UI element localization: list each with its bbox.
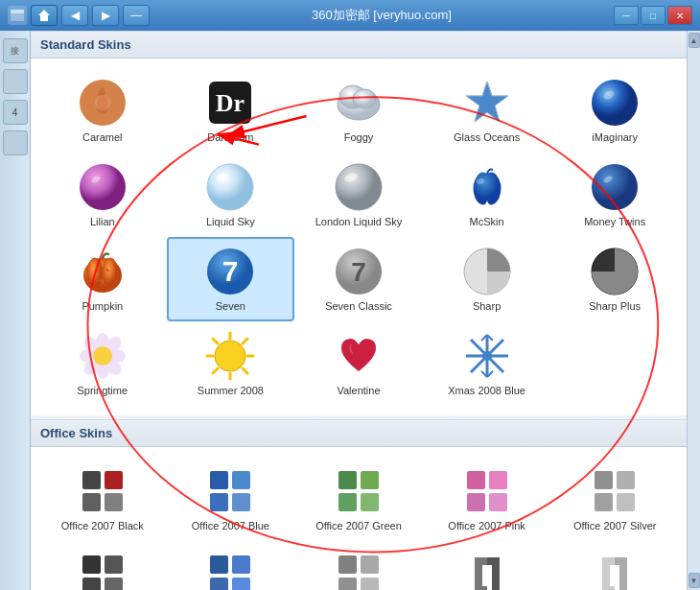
forward-button[interactable]: ▶ (92, 5, 119, 26)
liquid-sky-label: Liquid Sky (206, 216, 255, 227)
mcskin-label: McSkin (470, 216, 504, 227)
svg-rect-83 (82, 578, 101, 590)
foggy-icon (334, 78, 384, 128)
svg-text:7: 7 (351, 257, 366, 287)
svg-point-12 (592, 80, 638, 126)
office-2010-blue-icon (205, 551, 255, 590)
skin-darkroom[interactable]: Dr Darkroom (167, 68, 295, 153)
svg-rect-75 (467, 493, 485, 511)
svg-rect-66 (232, 471, 250, 489)
skin-office-2007-pink[interactable]: Office 2007 Pink (423, 457, 551, 541)
svg-rect-89 (338, 555, 357, 574)
home-button[interactable] (31, 5, 58, 26)
skin-summer-2008[interactable]: Summer 2008 (167, 321, 295, 406)
svg-rect-70 (361, 471, 379, 489)
office-2007-silver-label: Office 2007 Silver (573, 520, 657, 531)
svg-rect-86 (232, 555, 250, 574)
svg-point-25 (103, 258, 118, 289)
svg-point-60 (482, 351, 492, 361)
summer-2008-icon (205, 331, 255, 381)
sharp-plus-icon (590, 247, 640, 296)
skin-seven[interactable]: 7 Seven (167, 237, 295, 321)
svg-marker-10 (466, 82, 508, 122)
skin-caramel[interactable]: Caramel (38, 68, 167, 153)
imaginary-icon (590, 78, 640, 128)
skin-london-liquid-sky[interactable]: London Liquid Sky (294, 153, 423, 237)
office-skins-label: Office Skins (40, 426, 112, 440)
sidebar-item-4[interactable] (3, 130, 28, 155)
office-2007-pink-icon (462, 466, 512, 516)
skin-xmas-2008-blue[interactable]: Xmas 2008 Blue (423, 321, 551, 406)
scroll-up-button[interactable]: ▲ (688, 33, 700, 48)
svg-rect-1 (11, 10, 24, 13)
skin-office-2007-blue[interactable]: Office 2007 Blue (167, 457, 295, 541)
maximize-button[interactable]: □ (641, 6, 665, 25)
window-title: 360加密邮 [veryhuo.com] (153, 7, 610, 24)
seven-label: Seven (216, 300, 245, 312)
xmas-2008-blue-icon (462, 331, 512, 381)
skin-imaginary[interactable]: iMaginary (550, 68, 679, 153)
svg-rect-76 (489, 493, 507, 511)
skin-office-2010-silver[interactable]: Office 2010 Silver (294, 541, 423, 590)
svg-point-9 (353, 89, 376, 108)
london-liquid-sky-label: London Liquid Sky (315, 216, 403, 227)
skin-foggy[interactable]: Foggy (294, 68, 423, 153)
skin-valentine[interactable]: Valentine (294, 321, 423, 406)
svg-rect-64 (105, 493, 123, 511)
svg-point-18 (336, 164, 382, 210)
skin-sharp[interactable]: Sharp (423, 237, 551, 321)
office-2007-pink-label: Office 2007 Pink (448, 520, 525, 531)
svg-rect-84 (105, 578, 123, 590)
scrollbar[interactable]: ▲ ▼ (687, 31, 700, 590)
sidebar-item-2[interactable] (3, 69, 28, 94)
skin-liquid-sky[interactable]: Liquid Sky (167, 153, 295, 237)
skin-office-2007-green[interactable]: Office 2007 Green (294, 457, 423, 541)
content-area[interactable]: Standard Skins Caramel (31, 31, 687, 590)
svg-point-14 (80, 164, 126, 210)
seven-classic-icon: 7 (334, 247, 384, 296)
skin-office-2007-black[interactable]: Office 2007 Black (38, 457, 167, 541)
glass-oceans-label: Glass Oceans (454, 131, 520, 143)
money-twins-label: Money Twins (584, 216, 645, 227)
lilian-label: Lilian (90, 216, 115, 227)
darkroom-label: Darkroom (207, 131, 253, 143)
skin-pumpkin[interactable]: Pumpkin (38, 237, 167, 321)
sidebar-item-1[interactable]: 接 (3, 38, 28, 63)
skin-office-2013-light-gray[interactable]: Office 2013 Light Gray (550, 541, 679, 590)
svg-rect-77 (595, 471, 613, 489)
standard-skins-header: Standard Skins (31, 31, 687, 59)
darkroom-icon: Dr (205, 78, 255, 128)
skin-lilian[interactable]: Lilian (38, 153, 167, 237)
skin-glass-oceans[interactable]: Glass Oceans (423, 68, 551, 153)
back-button[interactable]: ◀ (61, 5, 88, 26)
skin-sharp-plus[interactable]: Sharp Plus (550, 237, 679, 321)
standard-skins-grid: Caramel Dr Darkroom (31, 59, 687, 415)
skin-mcskin[interactable]: McSkin (423, 153, 551, 237)
extra-button[interactable]: — (123, 5, 150, 26)
app-icon (8, 6, 27, 25)
scroll-down-button[interactable]: ▼ (688, 573, 700, 588)
foggy-label: Foggy (344, 131, 374, 143)
skin-money-twins[interactable]: Money Twins (550, 153, 679, 237)
svg-rect-79 (595, 493, 613, 511)
svg-rect-81 (82, 555, 101, 574)
skin-office-2007-silver[interactable]: Office 2007 Silver (550, 457, 679, 541)
office-2007-green-label: Office 2007 Green (315, 520, 402, 531)
sidebar-item-3[interactable]: 4 (3, 100, 28, 125)
skin-office-2013-dark-gray[interactable]: Office 2013 Dark Gray (423, 541, 551, 590)
minimize-button[interactable]: ─ (614, 6, 639, 25)
pumpkin-icon (78, 247, 128, 296)
skin-springtime[interactable]: Springtime (38, 321, 167, 406)
skin-seven-classic[interactable]: 7 Seven Classic (294, 237, 423, 321)
skin-office-2010-black[interactable]: Office 2010 Black (38, 541, 167, 590)
lilian-icon (78, 162, 128, 212)
svg-text:7: 7 (222, 255, 239, 287)
office-skins-grid: Office 2007 Black Office 2007 Blue (31, 447, 687, 590)
svg-rect-88 (232, 578, 250, 590)
svg-text:Dr: Dr (216, 89, 245, 117)
svg-rect-61 (82, 471, 101, 489)
svg-rect-73 (467, 471, 485, 489)
svg-rect-87 (210, 578, 228, 590)
close-button[interactable]: ✕ (667, 6, 692, 25)
skin-office-2010-blue[interactable]: Office 2010 Blue (167, 541, 295, 590)
